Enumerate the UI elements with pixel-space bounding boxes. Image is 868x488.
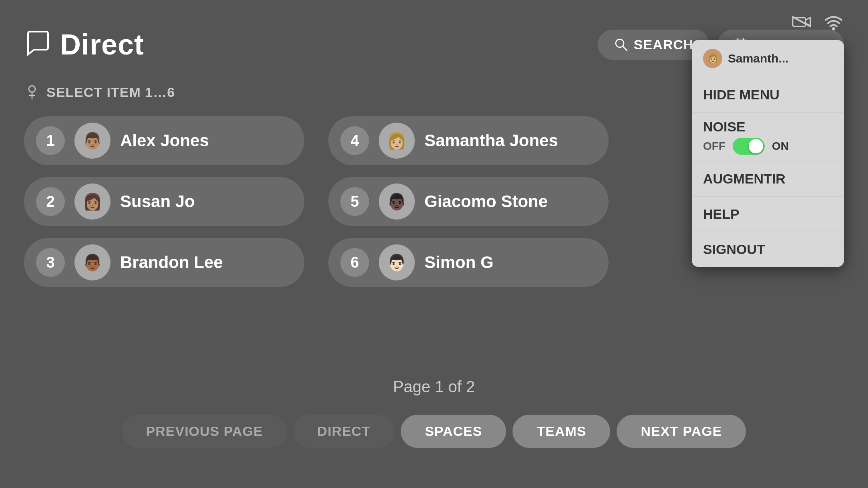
contact-number-2: 2 <box>36 187 65 216</box>
svg-line-3 <box>623 46 627 50</box>
contact-avatar-5: 👨🏿 <box>379 184 415 220</box>
contact-name-4: Samantha Jones <box>424 131 597 150</box>
bottom-navigation: PREVIOUS PAGE DIRECT SPACES TEAMS NEXT P… <box>0 415 868 448</box>
direct-icon <box>24 30 52 59</box>
contact-number-6: 6 <box>340 248 369 277</box>
contact-number-1: 1 <box>36 126 65 155</box>
noise-off-label: OFF <box>703 140 725 153</box>
contact-name-2: Susan Jo <box>120 192 292 211</box>
svg-point-2 <box>616 39 624 47</box>
contact-avatar-6: 👨🏻 <box>379 244 415 280</box>
hide-menu-item[interactable]: HIDE MENU <box>692 77 844 113</box>
contact-name-5: Giacomo Stone <box>424 192 597 211</box>
contact-avatar-4: 👩🏼 <box>379 123 415 159</box>
noise-row: NOISE OFF ON <box>692 113 844 161</box>
select-item-label: SELECT ITEM 1…6 <box>24 84 175 100</box>
teams-tab-button[interactable]: TEAMS <box>512 415 610 448</box>
signout-item[interactable]: SIGNOUT <box>692 232 844 267</box>
noise-on-label: ON <box>772 140 789 153</box>
contact-number-4: 4 <box>340 126 369 155</box>
next-page-button[interactable]: NEXT PAGE <box>617 415 746 448</box>
noise-toggle-row: OFF ON <box>703 138 833 155</box>
contact-name-3: Brandon Lee <box>120 253 292 272</box>
contact-item-2[interactable]: 2 👩🏽 Susan Jo <box>24 177 304 226</box>
contacts-right-list: 4 👩🏼 Samantha Jones 5 👨🏿 Giacomo Stone 6… <box>328 116 609 287</box>
dropdown-avatar: 👩🏼 <box>703 49 722 68</box>
contact-item-4[interactable]: 4 👩🏼 Samantha Jones <box>328 116 609 165</box>
contact-item-1[interactable]: 1 👨🏽 Alex Jones <box>24 116 304 165</box>
contact-item-5[interactable]: 5 👨🏿 Giacomo Stone <box>328 177 609 226</box>
contact-item-6[interactable]: 6 👨🏻 Simon G <box>328 238 609 287</box>
pagination-text: Page 1 of 2 <box>0 378 868 396</box>
previous-page-button[interactable]: PREVIOUS PAGE <box>122 415 287 448</box>
select-item-text: SELECT ITEM 1…6 <box>46 85 175 100</box>
dropdown-menu: 👩🏼 Samanth... HIDE MENU NOISE OFF ON AUG… <box>692 40 844 267</box>
svg-point-8 <box>29 86 35 92</box>
contacts-left-list: 1 👨🏽 Alex Jones 2 👩🏽 Susan Jo 3 👨🏾 Brand… <box>24 116 304 287</box>
contact-avatar-3: 👨🏾 <box>74 244 111 280</box>
page-title: Direct <box>60 28 144 61</box>
noise-label: NOISE <box>703 119 833 135</box>
help-item[interactable]: HELP <box>692 197 844 232</box>
contact-avatar-1: 👨🏽 <box>74 123 111 159</box>
noise-toggle-switch[interactable] <box>733 138 765 155</box>
header-title-group: Direct <box>24 28 144 61</box>
search-button-label: SEARCH <box>634 37 694 52</box>
dropdown-profile-header[interactable]: 👩🏼 Samanth... <box>692 40 844 77</box>
augmentir-item[interactable]: AUGMENTIR <box>692 161 844 197</box>
contact-name-1: Alex Jones <box>120 131 292 150</box>
contact-name-6: Simon G <box>424 253 597 272</box>
contact-number-3: 3 <box>36 248 65 277</box>
contact-item-3[interactable]: 3 👨🏾 Brandon Lee <box>24 238 304 287</box>
spaces-tab-button[interactable]: SPACES <box>401 415 506 448</box>
direct-tab-button[interactable]: DIRECT <box>293 415 395 448</box>
contact-number-5: 5 <box>340 187 369 216</box>
contact-avatar-2: 👩🏽 <box>74 184 111 220</box>
dropdown-profile-name: Samanth... <box>728 52 789 65</box>
